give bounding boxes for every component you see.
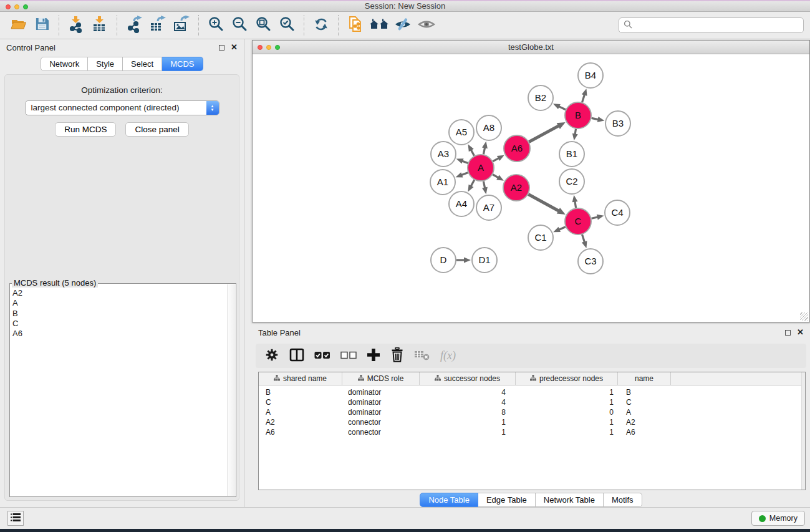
table-row[interactable]: A2connector11A2: [259, 417, 805, 427]
hide-panels-button[interactable]: [391, 14, 415, 37]
column-header-name[interactable]: name: [618, 372, 671, 385]
eye-icon: [417, 16, 436, 35]
column-header-successor-nodes[interactable]: successor nodes: [420, 372, 516, 385]
graph-edge-B-B4[interactable]: [582, 94, 585, 102]
zoom-in-button[interactable]: [204, 14, 228, 37]
run-mcds-button[interactable]: Run MCDS: [55, 122, 116, 137]
import-network-icon: [67, 16, 85, 36]
graph-edge-A2-C[interactable]: [528, 195, 559, 211]
tab-edge-table[interactable]: Edge Table: [478, 493, 536, 507]
mcds-result-list[interactable]: A2ABCA6: [12, 288, 236, 339]
status-bar: Memory: [0, 507, 810, 529]
task-history-button[interactable]: [7, 511, 24, 526]
mcds-result-scrollbar[interactable]: [227, 284, 235, 496]
close-panel-icon[interactable]: ✕: [797, 329, 804, 336]
tab-network[interactable]: Network: [41, 57, 88, 71]
zoom-fit-button[interactable]: [251, 14, 275, 37]
memory-button[interactable]: Memory: [751, 511, 805, 526]
export-image-button[interactable]: [170, 14, 193, 37]
graph-edge-arrowhead: [482, 142, 488, 149]
tab-motifs[interactable]: Motifs: [604, 493, 642, 507]
refresh-view-button[interactable]: [309, 14, 333, 37]
import-network-button[interactable]: [64, 14, 88, 37]
mcds-tab-content: Optimization criterion: largest connecte…: [4, 74, 239, 501]
mcds-result-item[interactable]: B: [12, 309, 236, 319]
graph-node-label: A3: [438, 148, 449, 159]
network-zoom-button[interactable]: [275, 45, 280, 50]
toolbar-separator: [59, 15, 59, 36]
window-titlebar[interactable]: Session: New Session: [0, 1, 810, 12]
tab-style[interactable]: Style: [88, 57, 123, 71]
attribute-tree-icon: [435, 374, 441, 383]
mcds-result-item[interactable]: A2: [12, 288, 236, 298]
table-scrollbar[interactable]: [801, 372, 805, 490]
graph-node-label: C1: [534, 232, 546, 243]
graph-node-label: A2: [511, 182, 522, 193]
tab-select[interactable]: Select: [123, 57, 162, 71]
table-row[interactable]: Bdominator41B: [259, 387, 805, 397]
search-field[interactable]: [619, 17, 804, 33]
toolbar-separator: [117, 15, 117, 36]
network-graph[interactable]: B4B2BB3A5A8A6A3B1AA1C2A2A4A7C4CC1DD1C3: [253, 54, 809, 322]
save-session-button[interactable]: [30, 14, 54, 37]
float-panel-icon[interactable]: [219, 45, 224, 51]
show-columns-button[interactable]: [289, 348, 304, 364]
mcds-result-item[interactable]: A6: [12, 329, 236, 339]
open-session-button[interactable]: [6, 14, 30, 37]
table-cell: 1: [420, 427, 516, 437]
desktop-edge: [0, 529, 810, 532]
add-column-button[interactable]: [367, 348, 380, 364]
graph-edge-A6-B[interactable]: [529, 125, 559, 142]
deselect-all-columns-button[interactable]: [340, 351, 357, 362]
table-cell: 1: [516, 427, 618, 437]
zoom-selected-button[interactable]: [275, 14, 299, 37]
tab-mcds[interactable]: MCDS: [162, 57, 203, 71]
search-input[interactable]: [635, 21, 799, 30]
table-toolbar: f(x): [256, 344, 806, 368]
table-row[interactable]: Adominator80A: [259, 407, 805, 417]
mcds-result-item[interactable]: C: [12, 319, 236, 329]
graph-edge-C-C3[interactable]: [582, 235, 585, 243]
show-view-button[interactable]: [415, 14, 438, 37]
minimize-window-button[interactable]: [14, 4, 19, 9]
node-table: shared name MCDS role successor nodes pr…: [258, 372, 806, 490]
export-table-button[interactable]: [146, 14, 170, 37]
network-from-selection-button[interactable]: [344, 14, 367, 37]
zoom-out-button[interactable]: [228, 14, 251, 37]
network-window-titlebar[interactable]: testGlobe.txt: [253, 41, 809, 54]
tab-network-table[interactable]: Network Table: [536, 493, 604, 507]
reset-views-button[interactable]: [367, 14, 391, 37]
graph-edge-arrowhead: [572, 195, 578, 203]
export-network-button[interactable]: [122, 14, 146, 37]
import-table-button[interactable]: [88, 14, 112, 37]
float-panel-icon[interactable]: [785, 330, 791, 336]
attribute-tree-icon: [358, 374, 364, 383]
network-close-button[interactable]: [258, 45, 263, 50]
table-row[interactable]: Cdominator41C: [259, 397, 805, 407]
tab-node-table[interactable]: Node Table: [420, 493, 478, 507]
criterion-dropdown[interactable]: largest connected component (directed) ▲…: [25, 100, 219, 115]
close-panel-button[interactable]: Close panel: [125, 122, 188, 137]
control-panel-tabs: NetworkStyleSelectMCDS: [41, 57, 203, 71]
delete-table-button[interactable]: [414, 349, 430, 364]
table-row[interactable]: A6connector11A6: [259, 427, 805, 437]
close-window-button[interactable]: [6, 4, 11, 9]
network-minimize-button[interactable]: [266, 45, 271, 50]
select-all-columns-button[interactable]: [314, 351, 330, 362]
zoom-window-button[interactable]: [23, 4, 28, 9]
column-header-shared-name[interactable]: shared name: [259, 372, 342, 385]
delete-columns-button[interactable]: [390, 347, 404, 365]
mcds-result-item[interactable]: A: [12, 298, 236, 308]
table-cell: 1: [420, 417, 516, 427]
graph-edge-arrowhead: [553, 227, 561, 233]
graph-node-label: B: [575, 110, 581, 120]
window-resize-grip[interactable]: [800, 312, 808, 321]
table-options-gear-button[interactable]: [264, 347, 279, 365]
column-header-mcds-role[interactable]: MCDS role: [342, 372, 420, 385]
close-panel-icon[interactable]: ✕: [231, 44, 238, 51]
column-header-predecessor-nodes[interactable]: predecessor nodes: [516, 372, 618, 385]
search-icon: [624, 20, 632, 31]
network-canvas[interactable]: B4B2BB3A5A8A6A3B1AA1C2A2A4A7C4CC1DD1C3: [253, 54, 809, 322]
toolbar-separator: [198, 15, 199, 36]
apply-function-button[interactable]: f(x): [440, 349, 456, 362]
